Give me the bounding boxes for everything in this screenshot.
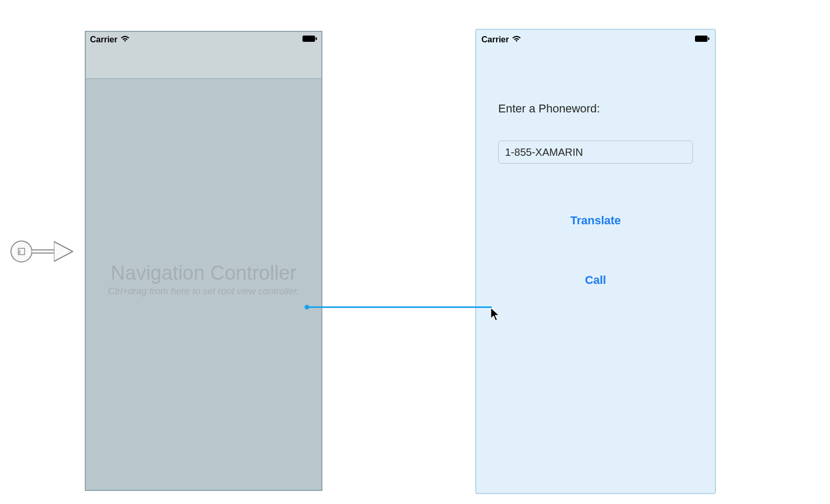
navigation-controller-scene[interactable]: Carrier Navigation Controller Ctrl+drag … [85, 31, 322, 491]
battery-icon [695, 35, 710, 44]
vc-status-bar: Carrier [476, 30, 715, 50]
entry-point-arrowhead-icon [55, 239, 75, 264]
statusbar-right [695, 35, 710, 44]
cursor-icon [490, 307, 501, 322]
carrier-label: Carrier [90, 35, 117, 44]
carrier-label: Carrier [481, 35, 509, 44]
svg-rect-1 [302, 36, 315, 42]
phoneword-label: Enter a Phoneword: [498, 102, 693, 116]
battery-icon [302, 35, 317, 44]
statusbar-right [302, 35, 317, 44]
svg-rect-2 [316, 38, 317, 40]
view-controller-scene[interactable]: Carrier Enter a Phoneword: Translate Cal… [475, 29, 716, 494]
nav-controller-subtitle: Ctrl+drag from here to set root view con… [86, 286, 321, 297]
nav-body: Navigation Controller Ctrl+drag from her… [86, 79, 321, 490]
wifi-icon [120, 35, 130, 44]
svg-rect-4 [708, 38, 710, 40]
svg-rect-3 [695, 36, 708, 42]
call-button[interactable]: Call [498, 269, 693, 291]
translate-button[interactable]: Translate [498, 210, 693, 232]
nav-status-bar: Carrier [86, 32, 321, 48]
nav-controller-title: Navigation Controller [86, 262, 321, 284]
entry-point-stem [32, 249, 55, 254]
storyboard-entry-point[interactable] [10, 239, 75, 264]
wifi-icon [512, 35, 521, 44]
statusbar-left: Carrier [90, 35, 130, 44]
svg-rect-0 [18, 248, 25, 255]
entry-point-circle-icon [10, 240, 32, 262]
phoneword-input[interactable] [498, 141, 693, 164]
statusbar-left: Carrier [481, 35, 521, 44]
segue-drag-line [307, 306, 492, 308]
navigation-bar [86, 48, 321, 79]
vc-content: Enter a Phoneword: Translate Call [476, 50, 715, 291]
